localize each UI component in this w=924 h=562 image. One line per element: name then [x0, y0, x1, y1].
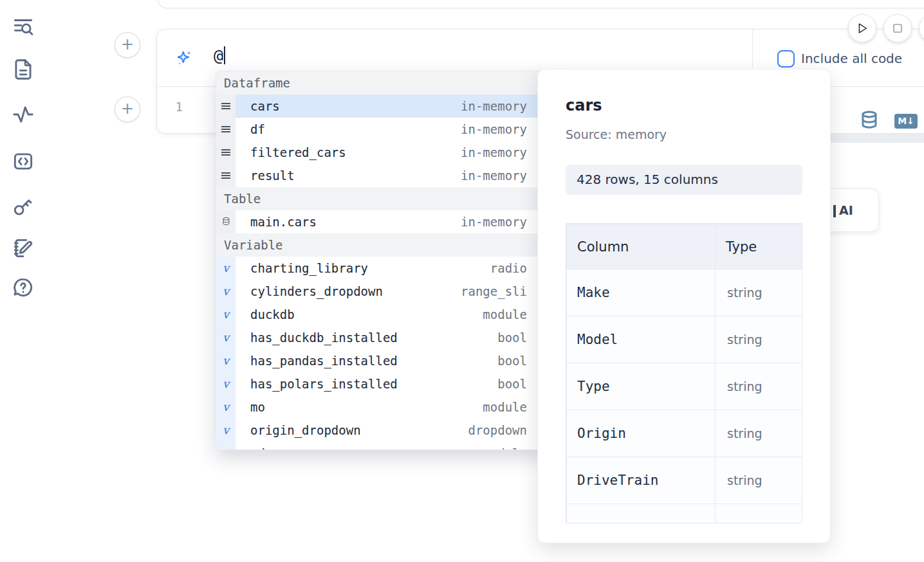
notebook-screen: + + AI @ Include all code 1 M↓	[0, 0, 924, 562]
autocomplete-item-gutter: v	[216, 442, 236, 450]
dataframe-icon	[221, 126, 230, 127]
autocomplete-item-type: module	[483, 307, 527, 322]
autocomplete-item-gutter	[216, 210, 236, 233]
autocomplete-item-type: in-memory	[461, 122, 527, 136]
column-header: Column	[567, 224, 716, 269]
ai-sparkle-icon	[175, 49, 193, 67]
autocomplete-item-name: df	[250, 122, 265, 136]
autocomplete-item-name: has_duckdb_installed	[250, 331, 398, 345]
schema-column-type: string	[716, 269, 802, 316]
variable-icon: v	[223, 332, 229, 343]
ai-button-label: AI	[839, 203, 853, 217]
file-document-icon[interactable]	[10, 57, 36, 82]
key-icon[interactable]	[10, 194, 36, 220]
autocomplete-item-gutter: v	[216, 372, 236, 395]
schema-column-name: Make	[567, 269, 716, 316]
preview-source: Source: memory	[566, 127, 667, 141]
autocomplete-item-name: main.cars	[250, 215, 317, 229]
help-chat-icon[interactable]	[10, 275, 36, 300]
autocomplete-section-header: Table	[216, 187, 544, 210]
schema-column-name: DriveTrain	[567, 457, 716, 504]
stop-button[interactable]	[883, 14, 912, 42]
activity-icon[interactable]	[10, 102, 36, 127]
autocomplete-item[interactable]: df in-memory	[216, 118, 544, 141]
autocomplete-item-type: range_sli	[461, 284, 527, 298]
autocomplete-item-type: in-memory	[461, 168, 527, 183]
autocomplete-item-name: mo	[250, 400, 265, 414]
autocomplete-item-gutter	[216, 95, 236, 118]
autocomplete-item-gutter: v	[216, 257, 236, 280]
autocomplete-item[interactable]: v has_polars_installed bool	[216, 372, 544, 395]
autocomplete-item[interactable]: main.cars in-memory	[216, 210, 544, 233]
autocomplete-item-gutter	[216, 141, 236, 164]
variable-icon: v	[223, 378, 229, 390]
autocomplete-item[interactable]: cars in-memory	[216, 95, 544, 118]
database-icon[interactable]	[860, 110, 879, 130]
autocomplete-item[interactable]: v has_duckdb_installed bool	[216, 326, 544, 349]
schema-table-row: DriveTrain string	[567, 457, 802, 504]
type-header: Type	[716, 224, 802, 269]
variable-icon: v	[223, 401, 229, 413]
play-icon	[855, 21, 869, 35]
autocomplete-item-name: pd	[250, 446, 265, 450]
autocomplete-item-name: duckdb	[250, 307, 295, 322]
schema-column-name: Model	[567, 316, 716, 363]
include-all-code-label: Include all code	[801, 51, 902, 66]
autocomplete-item-type: in-memory	[461, 215, 527, 229]
autocomplete-item[interactable]: result in-memory	[216, 164, 544, 187]
variable-icon: v	[223, 355, 229, 367]
ai-prompt-input[interactable]: @	[214, 46, 225, 65]
list-search-icon[interactable]	[10, 14, 36, 39]
notebook-edit-icon[interactable]	[10, 235, 36, 261]
text-cursor	[224, 46, 225, 64]
shape-badge: 428 rows, 15 columns	[566, 165, 802, 195]
include-all-code-checkbox[interactable]	[777, 50, 795, 68]
schema-table-row: Type string	[567, 363, 802, 410]
autocomplete-item-name: cars	[250, 99, 280, 113]
autocomplete-item[interactable]: filtered_cars in-memory	[216, 141, 544, 164]
autocomplete-section-header: Variable	[216, 233, 544, 257]
variable-icon: v	[223, 448, 229, 450]
run-cell-button[interactable]	[848, 14, 876, 42]
autocomplete-item[interactable]: v pd module	[216, 442, 544, 450]
autocomplete-item-name: cylinders_dropdown	[250, 284, 383, 298]
autocomplete-item-type: bool	[497, 331, 527, 345]
autocomplete-item[interactable]: v origin_dropdown dropdown	[216, 419, 544, 442]
autocomplete-item-gutter: v	[216, 280, 236, 303]
code-block-icon[interactable]	[10, 149, 36, 174]
schema-column-name: Type	[567, 363, 716, 410]
autocomplete-item-gutter: v	[216, 349, 236, 372]
autocomplete-list: Dataframe cars in-memory df in-memory fi…	[216, 71, 544, 450]
schema-table-row: Model string	[567, 316, 802, 363]
stop-icon	[891, 21, 905, 35]
add-cell-button-top[interactable]: +	[115, 32, 140, 58]
variable-icon: v	[223, 262, 229, 274]
autocomplete-item-type: bool	[497, 377, 527, 391]
dataframe-icon	[221, 149, 230, 150]
autocomplete-item[interactable]: v has_pandas_installed bool	[216, 349, 544, 372]
autocomplete-item-gutter	[216, 164, 236, 187]
dataframe-icon	[221, 172, 230, 174]
add-cell-button-bottom[interactable]: +	[115, 96, 140, 122]
schema-column-type: string	[716, 363, 802, 410]
autocomplete-dropdown: Dataframe cars in-memory df in-memory fi…	[216, 71, 545, 450]
autocomplete-item-type: bool	[497, 354, 527, 368]
autocomplete-item-name: origin_dropdown	[250, 423, 361, 437]
schema-table-row: Origin string	[567, 410, 802, 457]
markdown-icon[interactable]: M↓	[894, 114, 918, 129]
autocomplete-item[interactable]: v charting_library radio	[216, 257, 544, 280]
autocomplete-item-type: radio	[490, 261, 527, 275]
autocomplete-item-name: filtered_cars	[250, 145, 346, 159]
variable-icon: v	[223, 286, 229, 297]
dataframe-icon	[221, 103, 230, 104]
autocomplete-item-gutter: v	[216, 303, 236, 326]
schema-column-type: string	[716, 316, 802, 363]
autocomplete-item[interactable]: v duckdb module	[216, 303, 544, 326]
autocomplete-item[interactable]: v cylinders_dropdown range_sli	[216, 280, 544, 303]
autocomplete-item-type: in-memory	[461, 99, 527, 113]
autocomplete-item-gutter: v	[216, 326, 236, 349]
schema-column-name: Origin	[567, 410, 716, 457]
autocomplete-item[interactable]: v mo module	[216, 395, 544, 419]
table-icon	[221, 215, 231, 229]
autocomplete-item-type: module	[483, 446, 527, 450]
